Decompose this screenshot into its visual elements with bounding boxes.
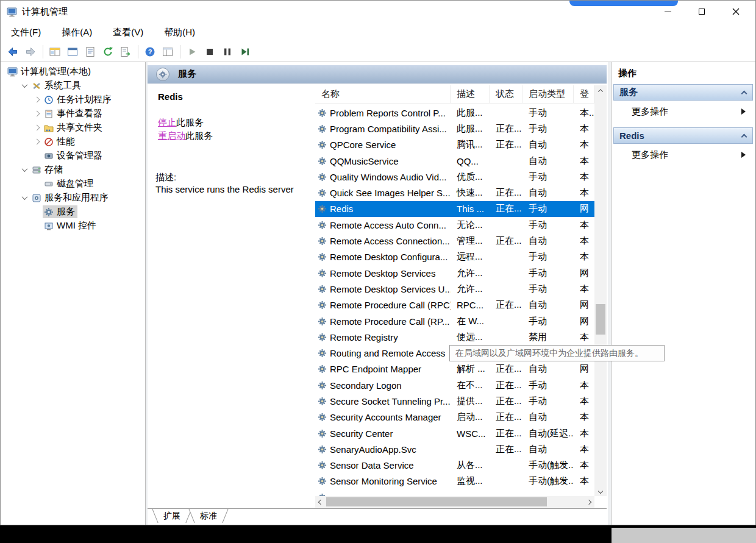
service-row-qpcore-service[interactable]: QPCore Service腾讯...正在...自动本 [315,137,594,153]
service-row-remote-procedure-call-rpc[interactable]: Remote Procedure Call (RPC)RPC...正在...自动… [315,297,594,313]
tree-item-computer-management-local[interactable]: 计算机管理(本地) [1,65,145,79]
chevron-collapsed-icon[interactable] [30,126,43,130]
chevron-collapsed-icon[interactable] [30,98,43,102]
service-row-partial[interactable] [315,489,594,496]
column-header-name[interactable]: 名称 [315,85,451,103]
service-row-sensor-monitoring-service[interactable]: Sensor Monitoring Service监视...手动(触发...本 [315,474,594,489]
console-tree-button[interactable] [46,44,63,60]
service-row-qqmusicservice[interactable]: QQMusicServiceQQ...自动本 [315,153,594,169]
stop-service-link[interactable]: 停止 [158,117,176,127]
service-row-quality-windows-audio-vid[interactable]: Quality Windows Audio Vid...优质...手动本 [315,169,594,185]
back-button[interactable] [4,44,21,60]
toolbar-separator [43,45,43,59]
maximize-button[interactable] [685,1,719,23]
service-status: 正在... [490,297,522,313]
tree-item-task-scheduler[interactable]: 任务计划程序 [1,93,145,107]
column-header-logon[interactable]: 登 [574,85,594,103]
chevron-collapsed-icon[interactable] [30,112,43,116]
tree-item-storage[interactable]: 存储 [1,163,145,177]
menu-file[interactable]: 文件(F) [3,24,49,41]
service-logon: 本 [574,121,594,137]
service-row-security-center[interactable]: Security CenterWSC...正在...自动(延迟...本 [315,425,594,441]
help-button[interactable]: ? [141,44,159,60]
actions-section-title: 服务 [619,87,638,98]
refresh-button[interactable] [99,44,116,60]
scroll-down-button[interactable] [594,486,607,496]
service-row-remote-procedure-call-rp[interactable]: Remote Procedure Call (RP...在 W...手动网 [315,313,594,329]
chevron-expanded-icon[interactable] [18,83,30,88]
column-header-status[interactable]: 状态 [490,85,522,103]
chevron-expanded-icon[interactable] [18,168,30,172]
tree-item-performance[interactable]: 性能 [1,135,145,149]
service-row-senaryaudioapp-svc[interactable]: SenaryAudioApp.Svc正在...自动本 [315,441,594,457]
column-header-startup[interactable]: 启动类型 [522,85,574,103]
service-row-remote-access-auto-conn[interactable]: Remote Access Auto Conn...无论...手动本 [315,217,594,233]
tree-item-device-manager[interactable]: 设备管理器 [1,149,145,163]
service-row-security-accounts-manager[interactable]: Security Accounts Manager启动...正在...自动本 [315,410,594,425]
actions-section-header-redis[interactable]: Redis [613,127,753,144]
tab-extended[interactable]: 扩展 [154,509,190,524]
stop-service-button[interactable] [201,44,218,60]
scroll-up-button[interactable] [594,85,607,96]
forward-button[interactable] [22,44,39,60]
collapse-chevron-icon[interactable] [741,91,747,97]
more-actions-services[interactable]: 更多操作 [613,101,753,122]
tab-standard[interactable]: 标准 [190,509,227,524]
properties-button[interactable] [82,44,99,60]
start-service-button[interactable] [184,44,201,60]
horizontal-scrollbar[interactable] [315,496,594,508]
service-row-secure-socket-tunneling-pr[interactable]: Secure Socket Tunneling Pr...提供...正在...手… [315,393,594,409]
chevron-collapsed-icon[interactable] [30,140,43,144]
service-row-secondary-logon[interactable]: Secondary Logon在不...正在...手动本 [315,377,594,393]
service-row-problem-reports-control-p[interactable]: Problem Reports Control P...此服...手动本... [315,105,594,121]
service-name: Remote Desktop Services [330,268,435,279]
service-row-sensor-data-service[interactable]: Sensor Data Service从各...手动(触发...本 [315,458,594,474]
service-row-redis[interactable]: RedisThis ...正在...手动网 [315,201,594,217]
tree-item-wmi-control[interactable]: WMI 控件 [1,219,145,233]
horizontal-scroll-thumb[interactable] [326,497,547,506]
minimize-button[interactable] [651,1,685,23]
column-header-desc[interactable]: 描述 [451,85,490,103]
actions-section-header-services[interactable]: 服务 [613,84,753,101]
collapse-chevron-icon[interactable] [741,134,747,140]
vertical-scroll-thumb[interactable] [596,304,605,335]
scroll-right-button[interactable] [583,496,594,508]
tree-item-services-and-applications[interactable]: 服务和应用程序 [1,191,145,205]
pause-service-button[interactable] [219,44,236,60]
service-row-rpc-endpoint-mapper[interactable]: RPC Endpoint Mapper解析 ...正在...自动网 [315,361,594,377]
tree-item-disk-management[interactable]: 磁盘管理 [1,177,145,191]
export-list-button[interactable] [117,44,134,60]
service-row-remote-desktop-services[interactable]: Remote Desktop Services允许...手动网 [315,265,594,281]
new-window-button[interactable] [159,44,176,60]
close-button[interactable] [719,1,753,23]
service-row-remote-desktop-configura[interactable]: Remote Desktop Configura...远程...手动本 [315,249,594,265]
service-gear-icon [318,413,327,422]
service-gear-icon [318,445,327,454]
menu-help[interactable]: 帮助(H) [156,24,203,41]
tree-item-event-viewer[interactable]: 事件查看器 [1,107,145,121]
restart-service-link[interactable]: 重启动 [158,130,185,141]
tree-item-services[interactable]: 服务 [1,205,145,219]
scroll-left-button[interactable] [315,496,326,508]
service-startup: 手动 [522,393,574,409]
more-actions-label: 更多操作 [632,149,668,161]
menu-action[interactable]: 操作(A) [54,24,100,41]
more-actions-redis[interactable]: 更多操作 [613,144,753,166]
service-gear-icon [318,333,327,342]
service-logon: 网 [574,297,594,313]
restart-service-button[interactable] [237,44,254,60]
service-desc: This ... [451,201,490,217]
service-row-program-compatibility-assi[interactable]: Program Compatibility Assi...此服...正在...手… [315,121,594,137]
window-button[interactable] [64,44,81,60]
vertical-scrollbar[interactable] [594,85,607,496]
tree-item-shared-folders[interactable]: 共享文件夹 [1,121,145,135]
chevron-expanded-icon[interactable] [18,196,30,200]
service-row-remote-access-connection[interactable]: Remote Access Connection...管理...正在...自动本 [315,233,594,249]
service-gear-icon [318,317,327,326]
service-row-remote-registry[interactable]: Remote Registry使远...禁用本 [315,329,594,345]
menu-view[interactable]: 查看(V) [105,24,151,41]
forward-icon [24,46,37,58]
service-row-remote-desktop-services-u[interactable]: Remote Desktop Services U...允许...手动本 [315,281,594,297]
tree-item-system-tools[interactable]: 系统工具 [1,79,145,93]
service-row-quick-see-images-helper-s[interactable]: Quick See Images Helper S...快速...正在...自动… [315,185,594,201]
